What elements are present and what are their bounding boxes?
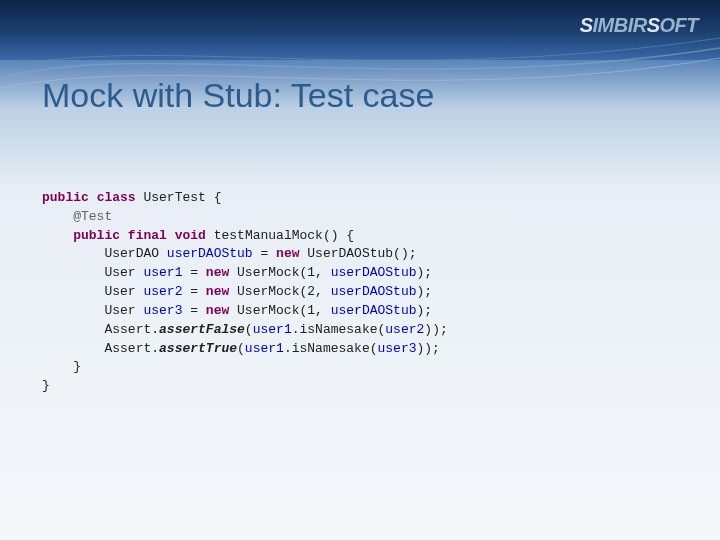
code-line: User user2 = new UserMock(2, userDAOStub… [42,284,432,299]
logo-text: OFT [660,14,699,36]
code-line: User user3 = new UserMock(1, userDAOStub… [42,303,432,318]
code-line: User user1 = new UserMock(1, userDAOStub… [42,265,432,280]
code-line: public final void testManualMock() { [42,228,354,243]
code-line: public class UserTest { [42,190,221,205]
code-block: public class UserTest { @Test public fin… [42,170,448,396]
logo-letter: S [580,14,593,36]
code-line: Assert.assertFalse(user1.isNamesake(user… [42,322,448,337]
logo-text: IMBIR [592,14,646,36]
code-line: @Test [42,209,112,224]
brand-logo: SIMBIRSOFT [580,14,698,37]
logo-letter: S [647,14,660,36]
code-line: } [42,378,50,393]
slide-title: Mock with Stub: Test case [42,76,434,115]
code-line: } [42,359,81,374]
code-line: Assert.assertTrue(user1.isNamesake(user3… [42,341,440,356]
code-line: UserDAO userDAOStub = new UserDAOStub(); [42,246,417,261]
